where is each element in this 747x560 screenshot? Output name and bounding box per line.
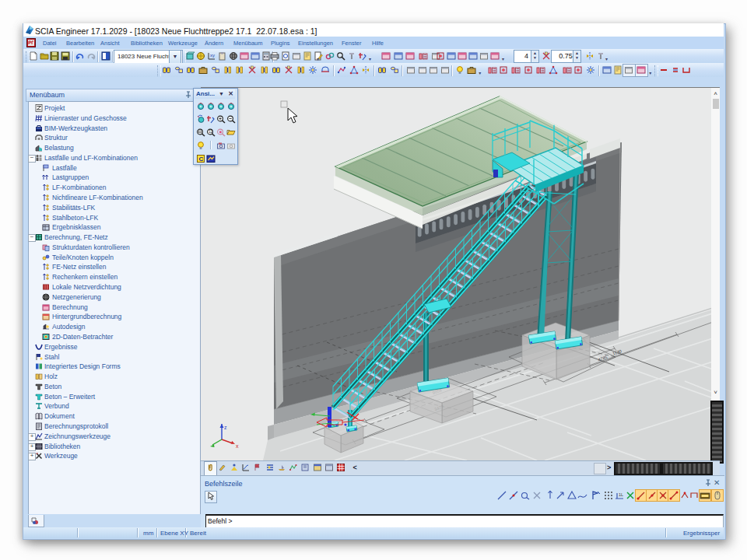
svg-text:12: 12	[209, 130, 213, 134]
svg-text:xy: xy	[210, 53, 215, 58]
svg-text:C: C	[198, 156, 203, 163]
svg-text:1L: 1L	[619, 492, 623, 497]
svg-text:z: z	[224, 425, 227, 430]
svg-text:x: x	[236, 443, 239, 449]
